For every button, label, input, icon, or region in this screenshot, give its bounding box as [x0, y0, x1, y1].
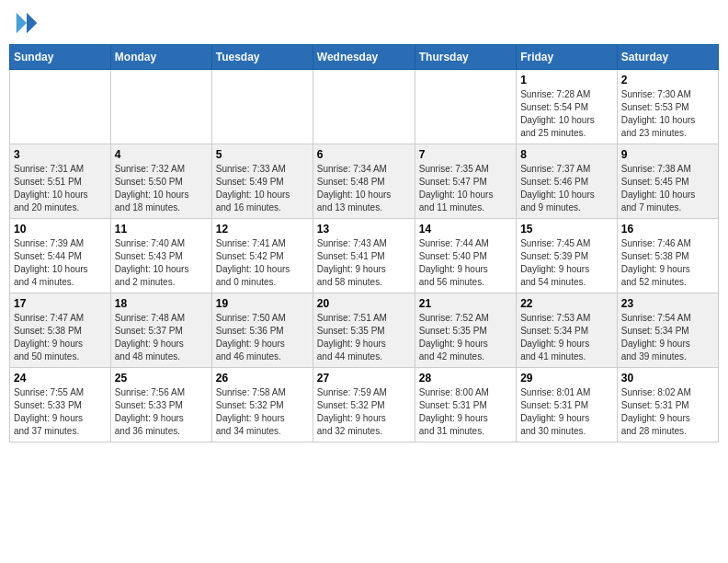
- calendar-cell: 17Sunrise: 7:47 AM Sunset: 5:38 PM Dayli…: [10, 293, 111, 368]
- calendar-cell: 13Sunrise: 7:43 AM Sunset: 5:41 PM Dayli…: [313, 219, 415, 293]
- calendar-cell: 20Sunrise: 7:51 AM Sunset: 5:35 PM Dayli…: [313, 293, 415, 368]
- calendar-cell: 1Sunrise: 7:28 AM Sunset: 5:54 PM Daylig…: [517, 70, 618, 144]
- calendar-cell: [211, 70, 313, 144]
- calendar-cell: [415, 70, 516, 144]
- day-number: 13: [317, 223, 411, 236]
- day-info: Sunrise: 8:00 AM Sunset: 5:31 PM Dayligh…: [419, 386, 512, 438]
- weekday-header-monday: Monday: [110, 45, 211, 70]
- day-number: 3: [14, 148, 107, 161]
- svg-marker-0: [27, 13, 37, 34]
- calendar-week-row: 17Sunrise: 7:47 AM Sunset: 5:38 PM Dayli…: [10, 293, 719, 368]
- day-number: 14: [419, 223, 512, 236]
- day-info: Sunrise: 7:34 AM Sunset: 5:48 PM Dayligh…: [317, 163, 411, 214]
- day-info: Sunrise: 7:38 AM Sunset: 5:45 PM Dayligh…: [621, 163, 714, 214]
- day-info: Sunrise: 7:31 AM Sunset: 5:51 PM Dayligh…: [14, 163, 107, 214]
- day-info: Sunrise: 7:41 AM Sunset: 5:42 PM Dayligh…: [216, 237, 309, 289]
- calendar-cell: 27Sunrise: 7:59 AM Sunset: 5:32 PM Dayli…: [313, 368, 415, 442]
- weekday-header-thursday: Thursday: [415, 45, 516, 70]
- day-info: Sunrise: 7:51 AM Sunset: 5:35 PM Dayligh…: [317, 312, 411, 363]
- day-info: Sunrise: 8:01 AM Sunset: 5:31 PM Dayligh…: [520, 386, 613, 438]
- day-info: Sunrise: 7:56 AM Sunset: 5:33 PM Dayligh…: [115, 386, 208, 438]
- calendar-cell: 3Sunrise: 7:31 AM Sunset: 5:51 PM Daylig…: [10, 144, 111, 219]
- day-info: Sunrise: 7:59 AM Sunset: 5:32 PM Dayligh…: [317, 386, 411, 438]
- day-number: 11: [115, 223, 208, 236]
- calendar-cell: 5Sunrise: 7:33 AM Sunset: 5:49 PM Daylig…: [211, 144, 313, 219]
- svg-marker-1: [17, 13, 27, 34]
- day-info: Sunrise: 7:55 AM Sunset: 5:33 PM Dayligh…: [14, 386, 107, 438]
- day-info: Sunrise: 7:39 AM Sunset: 5:44 PM Dayligh…: [14, 237, 107, 289]
- day-number: 25: [115, 372, 208, 385]
- calendar-week-row: 3Sunrise: 7:31 AM Sunset: 5:51 PM Daylig…: [10, 144, 719, 219]
- day-info: Sunrise: 7:58 AM Sunset: 5:32 PM Dayligh…: [216, 386, 309, 438]
- weekday-header-friday: Friday: [517, 45, 618, 70]
- weekday-header-saturday: Saturday: [617, 45, 718, 70]
- day-number: 18: [115, 297, 208, 310]
- calendar-cell: 16Sunrise: 7:46 AM Sunset: 5:38 PM Dayli…: [617, 219, 718, 293]
- day-number: 30: [621, 372, 714, 385]
- calendar-cell: 25Sunrise: 7:56 AM Sunset: 5:33 PM Dayli…: [110, 368, 211, 442]
- day-info: Sunrise: 7:33 AM Sunset: 5:49 PM Dayligh…: [216, 163, 309, 214]
- day-info: Sunrise: 7:44 AM Sunset: 5:40 PM Dayligh…: [419, 237, 512, 289]
- calendar-week-row: 1Sunrise: 7:28 AM Sunset: 5:54 PM Daylig…: [10, 70, 719, 144]
- day-info: Sunrise: 7:45 AM Sunset: 5:39 PM Dayligh…: [520, 237, 613, 289]
- day-info: Sunrise: 7:28 AM Sunset: 5:54 PM Dayligh…: [520, 88, 613, 140]
- calendar-cell: 24Sunrise: 7:55 AM Sunset: 5:33 PM Dayli…: [10, 368, 111, 442]
- calendar-week-row: 10Sunrise: 7:39 AM Sunset: 5:44 PM Dayli…: [10, 219, 719, 293]
- day-number: 8: [520, 148, 613, 161]
- calendar-week-row: 24Sunrise: 7:55 AM Sunset: 5:33 PM Dayli…: [10, 368, 719, 442]
- calendar-cell: 21Sunrise: 7:52 AM Sunset: 5:35 PM Dayli…: [415, 293, 516, 368]
- calendar-cell: [313, 70, 415, 144]
- day-number: 16: [621, 223, 714, 236]
- weekday-header-sunday: Sunday: [10, 45, 111, 70]
- calendar-cell: 28Sunrise: 8:00 AM Sunset: 5:31 PM Dayli…: [415, 368, 516, 442]
- calendar-cell: 6Sunrise: 7:34 AM Sunset: 5:48 PM Daylig…: [313, 144, 415, 219]
- day-number: 19: [216, 297, 309, 310]
- weekday-header-row: SundayMondayTuesdayWednesdayThursdayFrid…: [10, 45, 719, 70]
- day-number: 26: [216, 372, 309, 385]
- day-info: Sunrise: 8:02 AM Sunset: 5:31 PM Dayligh…: [621, 386, 714, 438]
- day-info: Sunrise: 7:52 AM Sunset: 5:35 PM Dayligh…: [419, 312, 512, 363]
- day-number: 6: [317, 148, 411, 161]
- page-header: [9, 9, 719, 37]
- day-info: Sunrise: 7:37 AM Sunset: 5:46 PM Dayligh…: [520, 163, 613, 214]
- calendar-cell: 26Sunrise: 7:58 AM Sunset: 5:32 PM Dayli…: [211, 368, 313, 442]
- day-number: 7: [419, 148, 512, 161]
- day-number: 2: [621, 74, 714, 86]
- weekday-header-wednesday: Wednesday: [313, 45, 415, 70]
- calendar-cell: 15Sunrise: 7:45 AM Sunset: 5:39 PM Dayli…: [517, 219, 618, 293]
- calendar-cell: 11Sunrise: 7:40 AM Sunset: 5:43 PM Dayli…: [110, 219, 211, 293]
- day-number: 22: [520, 297, 613, 310]
- day-number: 9: [621, 148, 714, 161]
- calendar-cell: 8Sunrise: 7:37 AM Sunset: 5:46 PM Daylig…: [517, 144, 618, 219]
- day-number: 10: [14, 223, 107, 236]
- calendar-cell: 2Sunrise: 7:30 AM Sunset: 5:53 PM Daylig…: [617, 70, 718, 144]
- day-info: Sunrise: 7:46 AM Sunset: 5:38 PM Dayligh…: [621, 237, 714, 289]
- day-number: 15: [520, 223, 613, 236]
- calendar-cell: 19Sunrise: 7:50 AM Sunset: 5:36 PM Dayli…: [211, 293, 313, 368]
- day-number: 27: [317, 372, 411, 385]
- calendar-cell: 22Sunrise: 7:53 AM Sunset: 5:34 PM Dayli…: [517, 293, 618, 368]
- day-number: 5: [216, 148, 309, 161]
- calendar-cell: [10, 70, 111, 144]
- day-number: 12: [216, 223, 309, 236]
- calendar-cell: 9Sunrise: 7:38 AM Sunset: 5:45 PM Daylig…: [617, 144, 718, 219]
- calendar-cell: 4Sunrise: 7:32 AM Sunset: 5:50 PM Daylig…: [110, 144, 211, 219]
- day-info: Sunrise: 7:43 AM Sunset: 5:41 PM Dayligh…: [317, 237, 411, 289]
- logo-icon: [13, 9, 40, 37]
- day-info: Sunrise: 7:35 AM Sunset: 5:47 PM Dayligh…: [419, 163, 512, 214]
- day-number: 29: [520, 372, 613, 385]
- day-info: Sunrise: 7:30 AM Sunset: 5:53 PM Dayligh…: [621, 88, 714, 140]
- day-number: 24: [14, 372, 107, 385]
- calendar-cell: 29Sunrise: 8:01 AM Sunset: 5:31 PM Dayli…: [517, 368, 618, 442]
- calendar-cell: 23Sunrise: 7:54 AM Sunset: 5:34 PM Dayli…: [617, 293, 718, 368]
- day-number: 23: [621, 297, 714, 310]
- calendar-cell: 14Sunrise: 7:44 AM Sunset: 5:40 PM Dayli…: [415, 219, 516, 293]
- day-info: Sunrise: 7:48 AM Sunset: 5:37 PM Dayligh…: [115, 312, 208, 363]
- day-number: 21: [419, 297, 512, 310]
- day-info: Sunrise: 7:50 AM Sunset: 5:36 PM Dayligh…: [216, 312, 309, 363]
- day-number: 4: [115, 148, 208, 161]
- weekday-header-tuesday: Tuesday: [211, 45, 313, 70]
- day-number: 1: [520, 74, 613, 86]
- calendar-cell: 7Sunrise: 7:35 AM Sunset: 5:47 PM Daylig…: [415, 144, 516, 219]
- day-info: Sunrise: 7:32 AM Sunset: 5:50 PM Dayligh…: [115, 163, 208, 214]
